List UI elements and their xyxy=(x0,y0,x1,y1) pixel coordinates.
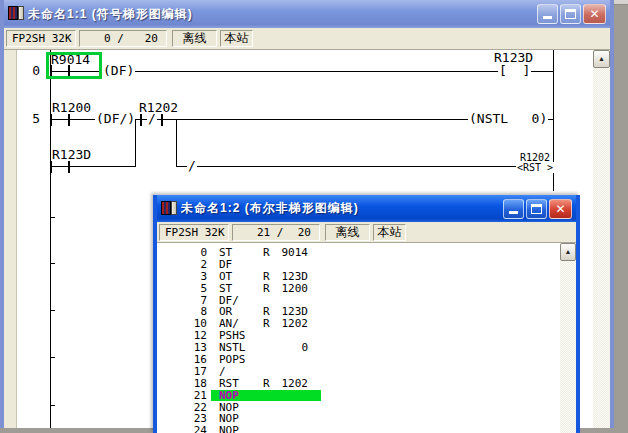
contact-label-r1200: R1200 xyxy=(52,102,91,114)
bool-row-address: 24 xyxy=(157,425,207,433)
row-tick xyxy=(50,357,55,358)
df-instruction[interactable]: (DF) xyxy=(102,65,135,77)
row-tick xyxy=(50,405,55,406)
bool-list-row[interactable]: 21NOP xyxy=(157,390,556,402)
app-icon xyxy=(161,201,177,217)
bool-row-operand xyxy=(275,259,308,271)
bool-list-row[interactable]: 5STR1200 xyxy=(157,283,556,295)
mode-field: 离线 xyxy=(172,30,217,47)
bool-row-instruction: NOP xyxy=(219,390,263,402)
branch-junction-wire xyxy=(135,119,136,167)
bool-list-row[interactable]: 24NOP xyxy=(157,425,556,433)
bool-row-operand xyxy=(275,366,308,378)
vertical-scrollbar[interactable]: ▲ xyxy=(592,50,610,428)
minimize-button[interactable] xyxy=(503,199,524,219)
close-button[interactable]: ✕ xyxy=(549,199,572,219)
bool-row-instruction: / xyxy=(219,366,263,378)
bool-row-operand xyxy=(275,402,308,414)
bool-list-row[interactable]: 7DF/ xyxy=(157,295,556,307)
scroll-up-button[interactable]: ▲ xyxy=(593,50,610,68)
vertical-scrollbar[interactable]: ▲ xyxy=(559,243,576,433)
app-icon-book xyxy=(8,6,18,20)
minimize-button[interactable] xyxy=(537,4,558,24)
step-position-field: 21 / 20 xyxy=(232,224,320,241)
title-bar[interactable]: 未命名1:1 (符号梯形图编辑) ✕ xyxy=(4,0,610,28)
rst-coil[interactable]: <RST > xyxy=(516,162,554,173)
current-step: 21 / xyxy=(257,226,284,239)
window-boolean-editor: 未命名1:2 (布尔非梯形图编辑) ✕ FP2SH 32K 21 / 20 离线… xyxy=(153,195,580,433)
bool-list-row[interactable]: 13NSTL0 xyxy=(157,342,556,354)
title-bar[interactable]: 未命名1:2 (布尔非梯形图编辑) ✕ xyxy=(157,195,576,222)
bool-row-operand-type xyxy=(263,330,275,342)
bool-list-row[interactable]: 16POPS xyxy=(157,354,556,366)
contact-bar xyxy=(50,161,52,173)
minimize-icon xyxy=(509,211,518,214)
bool-list-row[interactable]: 18RSTR1202 xyxy=(157,378,556,390)
bool-list-row[interactable]: 10AN/R1202 xyxy=(157,318,556,330)
df-not-instruction[interactable]: (DF/) xyxy=(95,113,136,125)
bool-row-operand-type xyxy=(263,342,275,354)
boolean-edit-area[interactable]: 0STR90142DF3OTR123D5STR12007DF/8ORR123D1… xyxy=(157,243,576,433)
bool-row-operand-type xyxy=(263,425,275,433)
bool-row-operand-type xyxy=(263,390,275,402)
bool-list-row[interactable]: 17/ xyxy=(157,366,556,378)
bool-row-operand-type: R xyxy=(263,378,275,390)
maximize-button[interactable] xyxy=(560,4,581,24)
contact-label-r1202: R1202 xyxy=(139,102,178,114)
app-icon-pages xyxy=(18,6,24,20)
close-icon: ✕ xyxy=(550,202,571,216)
maximize-button[interactable] xyxy=(526,199,547,219)
bool-row-address: 2 xyxy=(157,259,207,271)
status-bar: FP2SH 32K 0 / 20 离线 本站 xyxy=(4,28,610,50)
window-controls: ✕ xyxy=(503,199,572,219)
ladder-gutter xyxy=(4,50,17,428)
nc-contact-slash: / xyxy=(147,113,157,125)
bool-row-operand-type xyxy=(263,413,275,425)
bool-row-address: 3 xyxy=(157,271,207,283)
bool-list-row[interactable]: 22NOP xyxy=(157,402,556,414)
bool-row-address: 17 xyxy=(157,366,207,378)
bool-list-row[interactable]: 8ORR123D xyxy=(157,306,556,318)
contact-bar xyxy=(140,114,142,126)
plc-type-field: FP2SH 32K xyxy=(159,224,229,241)
bool-list-row[interactable]: 23NOP xyxy=(157,413,556,425)
contact-bar xyxy=(68,161,70,173)
bool-row-operand-type xyxy=(263,354,275,366)
bool-row-operand: 123D xyxy=(275,271,308,283)
row-tick xyxy=(50,263,55,264)
bool-row-operand-type xyxy=(263,402,275,414)
selection-cursor[interactable] xyxy=(46,52,102,79)
window-title: 未命名1:1 (符号梯形图编辑) xyxy=(28,6,533,23)
bool-row-instruction: DF xyxy=(219,259,263,271)
app-icon-pages xyxy=(171,201,177,215)
branch-wire xyxy=(50,166,136,167)
nstl-instruction[interactable]: (NSTL 0) xyxy=(468,113,548,125)
row-tick xyxy=(50,217,55,218)
branch-junction-wire xyxy=(176,119,177,167)
bool-row-operand: 1202 xyxy=(275,318,308,330)
bool-list-row[interactable]: 0STR9014 xyxy=(157,247,556,259)
total-steps: 20 xyxy=(298,226,311,239)
step-position-field: 0 / 20 xyxy=(79,30,167,47)
bool-row-operand-type xyxy=(263,366,275,378)
scroll-up-button[interactable]: ▲ xyxy=(560,243,576,261)
bool-row-operand: 9014 xyxy=(275,247,308,259)
bool-row-operand: 1200 xyxy=(275,283,308,295)
close-button[interactable]: ✕ xyxy=(583,4,606,24)
window-controls: ✕ xyxy=(537,4,606,24)
bool-row-operand-type: R xyxy=(263,318,275,330)
app-icon-book xyxy=(161,201,171,215)
bool-list-row[interactable]: 12PSHS xyxy=(157,330,556,342)
minimize-icon xyxy=(543,16,552,19)
status-bar: FP2SH 32K 21 / 20 离线 本站 xyxy=(157,222,576,243)
close-icon: ✕ xyxy=(584,7,605,21)
bool-row-instruction: NOP xyxy=(219,425,263,433)
bool-list-row[interactable]: 3OTR123D xyxy=(157,271,556,283)
not-instruction[interactable]: / xyxy=(187,160,197,172)
bool-row-address: 5 xyxy=(157,283,207,295)
plc-type-field: FP2SH 32K xyxy=(6,30,76,47)
bool-list-row[interactable]: 2DF xyxy=(157,259,556,271)
output-coil[interactable]: [ ] xyxy=(498,65,531,77)
total-steps: 20 xyxy=(145,32,158,45)
contact-bar xyxy=(50,114,52,126)
